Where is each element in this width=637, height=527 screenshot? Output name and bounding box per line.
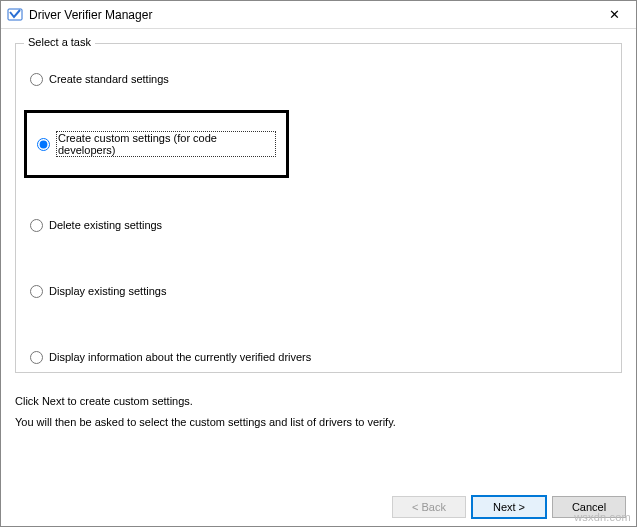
option-display-info[interactable]: Display information about the currently … xyxy=(30,348,607,366)
radio-display-existing[interactable] xyxy=(30,285,43,298)
option-create-standard[interactable]: Create standard settings xyxy=(30,70,607,88)
highlight-box: Create custom settings (for code develop… xyxy=(24,110,289,178)
instruction-line-1: Click Next to create custom settings. xyxy=(15,391,622,412)
task-groupbox: Select a task Create standard settings C… xyxy=(15,43,622,373)
window-title: Driver Verifier Manager xyxy=(29,8,594,22)
app-icon xyxy=(7,7,23,23)
label-display-info: Display information about the currently … xyxy=(49,351,311,363)
watermark: wsxdn.com xyxy=(574,511,631,523)
next-button[interactable]: Next > xyxy=(472,496,546,518)
instructions: Click Next to create custom settings. Yo… xyxy=(15,391,622,433)
close-icon: ✕ xyxy=(609,7,620,22)
titlebar: Driver Verifier Manager ✕ xyxy=(1,1,636,29)
label-display-existing: Display existing settings xyxy=(49,285,166,297)
window: Driver Verifier Manager ✕ Select a task … xyxy=(0,0,637,527)
label-create-custom: Create custom settings (for code develop… xyxy=(56,131,276,157)
close-button[interactable]: ✕ xyxy=(594,2,634,28)
radio-create-custom[interactable] xyxy=(37,138,50,151)
radio-display-info[interactable] xyxy=(30,351,43,364)
radio-create-standard[interactable] xyxy=(30,73,43,86)
option-display-existing[interactable]: Display existing settings xyxy=(30,282,607,300)
option-delete-existing[interactable]: Delete existing settings xyxy=(30,216,607,234)
label-create-standard: Create standard settings xyxy=(49,73,169,85)
instruction-line-2: You will then be asked to select the cus… xyxy=(15,412,622,433)
label-delete-existing: Delete existing settings xyxy=(49,219,162,231)
option-create-custom[interactable]: Create custom settings (for code develop… xyxy=(37,135,276,153)
back-button: < Back xyxy=(392,496,466,518)
radio-delete-existing[interactable] xyxy=(30,219,43,232)
button-row: < Back Next > Cancel xyxy=(1,488,636,526)
dialog-body: Select a task Create standard settings C… xyxy=(1,29,636,488)
groupbox-title: Select a task xyxy=(24,36,95,48)
